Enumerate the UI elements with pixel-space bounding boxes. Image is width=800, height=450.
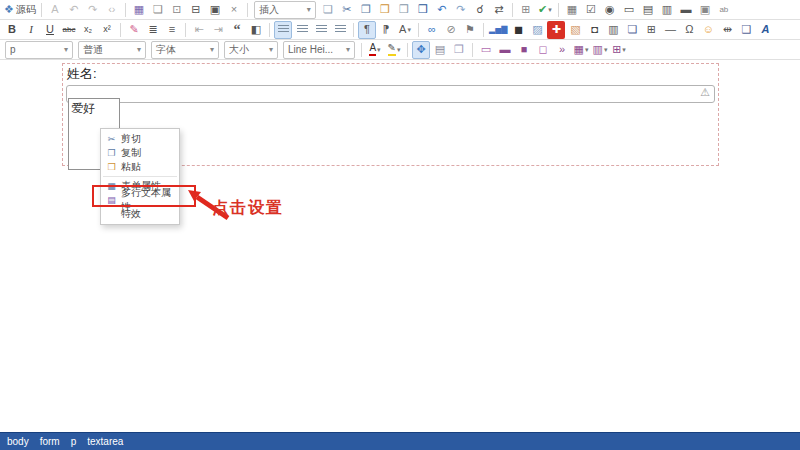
plugin-button-2[interactable]: ▬ [496, 41, 514, 59]
blockquote-button[interactable]: “ [228, 21, 246, 39]
anchor-button[interactable]: ⚑ [461, 21, 479, 39]
undo-button[interactable]: ↶ [433, 1, 451, 19]
media-embed-icon: ◘ [591, 24, 598, 35]
undo-disabled-button[interactable]: ↶ [65, 1, 83, 19]
paste-text-button[interactable]: ❒ [395, 1, 413, 19]
button-button[interactable]: ▬ [677, 1, 695, 19]
menu-item-copy[interactable]: ❐复制 [101, 146, 179, 160]
numbered-list-button[interactable]: ≣ [144, 21, 162, 39]
language-button[interactable]: A▾ [396, 21, 414, 39]
link-button[interactable]: ∞ [423, 21, 441, 39]
inline-code-button[interactable]: ‹› [103, 1, 121, 19]
close-button[interactable]: × [225, 1, 243, 19]
line-height-combo[interactable]: Line Hei...▾ [283, 41, 355, 59]
bold-button[interactable]: B [3, 21, 21, 39]
add-media-button[interactable]: ✚ [547, 21, 565, 39]
show-blocks-button[interactable]: ▤ [431, 41, 449, 59]
paste-button[interactable]: ❒ [376, 1, 394, 19]
div-container-button[interactable]: ◧ [247, 21, 265, 39]
plugin-button-8[interactable]: ⊞▾ [610, 41, 628, 59]
font-combo[interactable]: 字体▾ [151, 41, 219, 59]
paste-word-button[interactable]: ❒ [414, 1, 432, 19]
new-page-button[interactable]: ❏ [149, 1, 167, 19]
plugin-button-3[interactable]: ◼ [515, 41, 533, 59]
plugin-button-7[interactable]: ▥▾ [591, 41, 609, 59]
new-doc-button[interactable]: ❏ [319, 1, 337, 19]
bulleted-list-button[interactable]: ≡ [163, 21, 181, 39]
select-all-button[interactable]: ⊞ [517, 1, 535, 19]
textarea-button[interactable]: ▤ [639, 1, 657, 19]
preview-pane-button[interactable]: ❐ [450, 41, 468, 59]
styles-combo[interactable]: 普通▾ [78, 41, 146, 59]
replace-button[interactable]: ⇄ [490, 1, 508, 19]
horizontal-rule-button[interactable]: — [661, 21, 679, 39]
flash-button[interactable]: ▧ [566, 21, 584, 39]
plugin-button-6[interactable]: ▦▾ [572, 41, 590, 59]
underline-button[interactable]: U [41, 21, 59, 39]
path-item-form[interactable]: form [40, 436, 60, 447]
plugin-button-1[interactable]: ▭ [477, 41, 495, 59]
plugin-button-5[interactable]: » [553, 41, 571, 59]
save-button[interactable]: ▦ [130, 1, 148, 19]
table-button[interactable]: ⊞ [642, 21, 660, 39]
indent-button[interactable]: ⇥ [209, 21, 227, 39]
image-button-button[interactable]: ▣ [696, 1, 714, 19]
align-justify-button[interactable] [331, 21, 349, 39]
spellcheck-button[interactable]: ✔▾ [536, 1, 554, 19]
bg-color-button[interactable]: ✎▾ [385, 41, 403, 59]
subscript-button[interactable]: x₂ [79, 21, 97, 39]
editing-area[interactable]: 姓名: ⚠ 爱好 [0, 61, 800, 432]
align-center-button[interactable] [293, 21, 311, 39]
maximize-button[interactable]: ✥ [412, 41, 430, 59]
rtl-button[interactable]: ⁋ [377, 21, 395, 39]
wordart-button[interactable]: A [756, 21, 774, 39]
unlink-button[interactable]: ⊘ [442, 21, 460, 39]
redo-button[interactable]: ↷ [452, 1, 470, 19]
form-button[interactable]: ▦ [563, 1, 581, 19]
radio-button[interactable]: ◉ [601, 1, 619, 19]
page-break-button[interactable]: ⇹ [718, 21, 736, 39]
print-button[interactable]: ⊟ [187, 1, 205, 19]
copy-formatting-button[interactable]: ✎ [125, 21, 143, 39]
plugin-button-4[interactable]: ◻ [534, 41, 552, 59]
preview-button[interactable]: ⊡ [168, 1, 186, 19]
find-button[interactable]: ☌ [471, 1, 489, 19]
ltr-button[interactable]: ¶ [358, 21, 376, 39]
path-item-textarea[interactable]: textarea [87, 436, 123, 447]
menu-item-paste[interactable]: ❒粘贴 [101, 160, 179, 174]
menu-item-cut[interactable]: ✂剪切 [101, 132, 179, 146]
source-button[interactable]: ❖源码 [3, 1, 37, 19]
media-embed-button[interactable]: ◘ [585, 21, 603, 39]
outdent-button[interactable]: ⇤ [190, 21, 208, 39]
insert-combo[interactable]: 插入▾ [254, 1, 316, 19]
strikethrough-button[interactable]: abc [60, 21, 78, 39]
italic-button[interactable]: I [22, 21, 40, 39]
text-color-button[interactable]: A▾ [366, 41, 384, 59]
paragraph-format-combo[interactable]: p▾ [5, 41, 73, 59]
align-right-button[interactable] [312, 21, 330, 39]
path-item-body[interactable]: body [7, 436, 29, 447]
redo-disabled-button[interactable]: ↷ [84, 1, 102, 19]
copy-button[interactable]: ❐ [357, 1, 375, 19]
smiley-button[interactable]: ☺ [699, 21, 717, 39]
autoformat-button[interactable]: A [46, 1, 64, 19]
name-input[interactable] [66, 85, 715, 103]
menu-item-textarea-properties[interactable]: ▤多行文本属性 [101, 193, 179, 207]
code-snippet-button[interactable]: ▥ [604, 21, 622, 39]
lock-button[interactable]: ▣ [206, 1, 224, 19]
iframe-button[interactable]: ❑ [737, 21, 755, 39]
font-size-combo[interactable]: 大小▾ [224, 41, 278, 59]
checkbox-button[interactable]: ☑ [582, 1, 600, 19]
video-button[interactable]: ◼ [509, 21, 527, 39]
align-left-button[interactable] [274, 21, 292, 39]
image-button[interactable]: ▨ [528, 21, 546, 39]
cut-button[interactable]: ✂ [338, 1, 356, 19]
hidden-field-button[interactable]: ab [715, 1, 733, 19]
select-field-button[interactable]: ▥ [658, 1, 676, 19]
superscript-button[interactable]: x² [98, 21, 116, 39]
text-field-button[interactable]: ▭ [620, 1, 638, 19]
path-item-p[interactable]: p [71, 436, 77, 447]
chart-button[interactable]: ▂▅▇ [488, 21, 508, 39]
templates-button[interactable]: ❏ [623, 21, 641, 39]
special-char-button[interactable]: Ω [680, 21, 698, 39]
